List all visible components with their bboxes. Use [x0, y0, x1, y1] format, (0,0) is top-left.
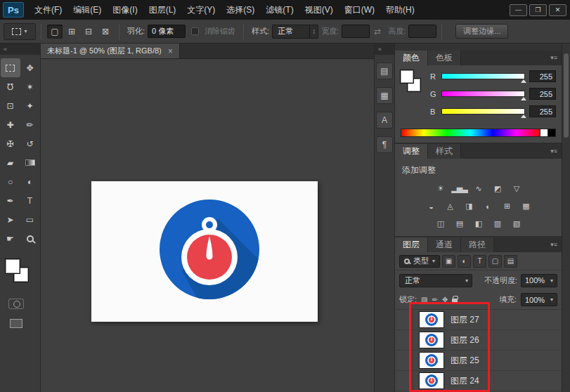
type-tool[interactable]: T — [20, 191, 40, 210]
path-selection-tool[interactable]: ➤ — [1, 210, 20, 229]
filter-smart-objects-button[interactable]: ▤ — [504, 255, 517, 268]
character-panel-button[interactable]: A — [376, 112, 393, 129]
slider-thumb[interactable] — [521, 115, 526, 118]
adjustment-color-lookup-button[interactable]: ▦ — [518, 200, 534, 212]
tab-styles[interactable]: 样式 — [428, 144, 461, 159]
tab-color[interactable]: 颜色 — [395, 51, 428, 65]
panel-menu-icon[interactable]: ▾≡ — [550, 51, 557, 65]
close-button[interactable]: ✕ — [549, 4, 566, 16]
panel-menu-icon[interactable]: ▾≡ — [550, 237, 557, 252]
magic-wand-tool[interactable]: ✶ — [20, 77, 40, 96]
filter-pixel-layers-button[interactable]: ▣ — [442, 255, 455, 268]
refine-edge-button[interactable]: 调整边缘... — [455, 24, 508, 39]
adjustment-color-balance-button[interactable]: ◬ — [442, 200, 458, 212]
menubar-item-file[interactable]: 文件(F) — [29, 0, 67, 20]
restore-button[interactable]: ❐ — [529, 4, 547, 16]
rectangular-marquee-tool[interactable] — [1, 58, 20, 77]
panels-scrollbar[interactable] — [562, 44, 570, 392]
tab-paths[interactable]: 路径 — [461, 237, 494, 252]
paragraph-panel-button[interactable]: ¶ — [376, 136, 393, 153]
menubar-item-image[interactable]: 图像(I) — [107, 0, 143, 20]
zoom-tool[interactable] — [20, 229, 40, 248]
add-to-selection-button[interactable]: ⊞ — [64, 25, 79, 39]
black-swatch[interactable] — [548, 129, 555, 136]
history-brush-tool[interactable]: ↺ — [20, 134, 40, 153]
collapse-dock-icon[interactable]: « — [375, 44, 394, 55]
width-input[interactable] — [342, 25, 370, 38]
tab-adjustments[interactable]: 调整 — [395, 144, 428, 159]
dodge-tool[interactable]: ◐ — [20, 172, 40, 191]
shape-tool[interactable]: ▭ — [20, 210, 40, 229]
adjustment-posterize-button[interactable]: ▤ — [451, 218, 467, 230]
white-swatch[interactable] — [540, 129, 548, 136]
adjustment-selective-color-button[interactable]: ▧ — [508, 218, 524, 230]
minimize-button[interactable]: — — [510, 4, 527, 16]
adjustment-levels-button[interactable]: ▂▅▃ — [451, 183, 467, 195]
tool-preset-dropdown[interactable]: ▾ — [4, 23, 36, 40]
green-value-input[interactable]: 255 — [529, 88, 556, 100]
adjustment-channel-mixer-button[interactable]: ⊞ — [499, 200, 515, 212]
filter-type-layers-button[interactable]: T — [473, 255, 486, 268]
adjustment-brightness-contrast-button[interactable]: ☀ — [432, 183, 448, 195]
menubar-item-help[interactable]: 帮助(H) — [380, 0, 420, 20]
move-tool[interactable]: ✥ — [20, 58, 40, 77]
menubar-item-view[interactable]: 视图(V) — [299, 0, 339, 20]
spectrum-ramp[interactable] — [401, 129, 540, 136]
menubar-item-edit[interactable]: 编辑(E) — [67, 0, 107, 20]
fill-input[interactable]: 100% ▾ — [521, 293, 557, 306]
slider-thumb[interactable] — [521, 79, 526, 83]
menubar-item-select[interactable]: 选择(S) — [221, 0, 260, 20]
height-input[interactable] — [408, 25, 436, 38]
menubar-item-window[interactable]: 窗口(W) — [339, 0, 380, 20]
tab-close-icon[interactable]: × — [168, 46, 173, 56]
tab-layers[interactable]: 图层 — [395, 237, 428, 252]
quick-mask-button[interactable] — [8, 299, 24, 309]
healing-brush-tool[interactable]: ✚ — [1, 115, 20, 134]
clone-stamp-tool[interactable]: ✠ — [1, 134, 20, 153]
adjustment-gradient-map-button[interactable]: ▥ — [489, 218, 505, 230]
menubar-item-filter[interactable]: 滤镜(T) — [260, 0, 299, 20]
tab-swatches[interactable]: 色板 — [428, 51, 461, 65]
slider-thumb[interactable] — [521, 97, 526, 100]
adjustment-invert-button[interactable]: ◫ — [432, 218, 448, 230]
filter-adjustment-layers-button[interactable]: ◐ — [458, 255, 471, 268]
lasso-tool[interactable]: ℧ — [1, 77, 20, 96]
red-value-input[interactable]: 255 — [529, 70, 556, 82]
adjustment-exposure-button[interactable]: ◩ — [489, 183, 505, 195]
green-slider[interactable] — [441, 91, 525, 97]
brush-panel-button[interactable]: ▤ — [376, 63, 393, 79]
red-slider[interactable] — [441, 73, 525, 79]
adjustment-hue-saturation-button[interactable]: ◒ — [423, 200, 439, 212]
style-dropdown[interactable]: 正常 ↕ — [272, 25, 318, 39]
hand-tool[interactable]: ☛ — [1, 229, 20, 248]
blue-slider[interactable] — [441, 108, 525, 115]
adjustment-vibrance-button[interactable]: ▽ — [508, 183, 524, 195]
adjustment-threshold-button[interactable]: ◧ — [470, 218, 486, 230]
link-dimensions-icon[interactable]: ⇄ — [374, 27, 381, 37]
document-canvas[interactable] — [91, 181, 318, 322]
scrollbar-thumb[interactable] — [564, 53, 569, 138]
adjustment-curves-button[interactable]: ∿ — [470, 183, 486, 195]
adjustment-black-white-button[interactable]: ◨ — [461, 200, 477, 212]
filter-shape-layers-button[interactable]: ▢ — [488, 255, 502, 268]
subtract-from-selection-button[interactable]: ⊟ — [81, 25, 96, 39]
panel-menu-icon[interactable]: ▾≡ — [550, 144, 557, 159]
collapse-tools-icon[interactable]: « — [0, 44, 40, 55]
menubar-item-layer[interactable]: 图层(L) — [143, 0, 182, 20]
pen-tool[interactable]: ✒ — [1, 191, 20, 210]
feather-input[interactable]: 0 像素 — [148, 25, 186, 38]
blur-tool[interactable]: ○ — [1, 172, 20, 191]
blue-value-input[interactable]: 255 — [529, 105, 556, 117]
layer-filter-dropdown[interactable]: 类型 ▾ — [399, 255, 440, 268]
adjustment-photo-filter-button[interactable]: ◐ — [480, 200, 496, 212]
crop-tool[interactable]: ⊡ — [1, 96, 20, 115]
antialias-checkbox[interactable] — [191, 27, 199, 35]
intersect-selection-button[interactable]: ⊠ — [98, 25, 113, 39]
new-selection-button[interactable]: ▢ — [47, 25, 63, 39]
opacity-input[interactable]: 100% ▾ — [521, 274, 557, 287]
foreground-color-swatch[interactable] — [401, 70, 413, 83]
screen-mode-button[interactable] — [10, 319, 22, 328]
document-tab[interactable]: 未标题-1 @ 50% (图层 1, RGB/8) × — [41, 44, 180, 58]
eyedropper-tool[interactable]: ✦ — [20, 96, 40, 115]
brush-tool[interactable]: ✏ — [20, 115, 40, 134]
